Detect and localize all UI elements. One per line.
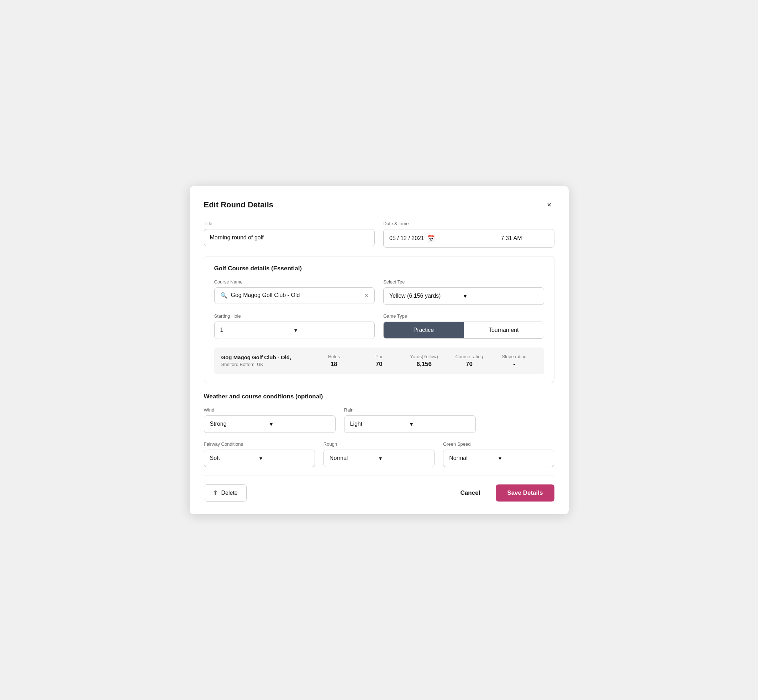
time-field[interactable]: 7:31 AM — [469, 230, 554, 247]
time-value: 7:31 AM — [501, 235, 522, 242]
green-speed-dropdown[interactable]: Normal ▾ — [443, 450, 554, 467]
date-field[interactable]: 05 / 12 / 2021 📅 — [384, 230, 469, 247]
wind-group: Wind Strong ▾ — [204, 407, 335, 433]
par-label: Par — [376, 354, 382, 359]
starting-hole-label: Starting Hole — [214, 313, 375, 319]
slope-rating-value: - — [513, 361, 515, 368]
chevron-down-icon-rain: ▾ — [410, 421, 470, 428]
select-tee-label: Select Tee — [383, 279, 544, 284]
tournament-button[interactable]: Tournament — [464, 322, 544, 338]
hole-gametype-row: Starting Hole 1 ▾ Game Type Practice Tou… — [214, 313, 544, 339]
course-info-location: Shelford Bottom, UK — [221, 362, 312, 367]
chevron-down-icon-green: ▾ — [498, 455, 548, 462]
clear-icon[interactable]: ✕ — [364, 292, 369, 299]
course-name-group: Course Name 🔍 ✕ — [214, 279, 375, 303]
green-speed-group: Green Speed Normal ▾ — [443, 441, 554, 467]
bottom-actions: 🗑 Delete Cancel Save Details — [204, 484, 554, 502]
course-rating-label: Course rating — [455, 354, 483, 359]
holes-stat: Holes 18 — [312, 354, 357, 368]
wind-value: Strong — [210, 421, 270, 427]
title-input[interactable] — [204, 229, 375, 246]
yards-stat: Yards(Yellow) 6,156 — [401, 354, 446, 368]
delete-label: Delete — [221, 490, 238, 496]
course-name-input[interactable] — [231, 292, 361, 298]
course-info-box: Gog Magog Golf Club - Old, Shelford Bott… — [214, 347, 544, 374]
course-tee-row: Course Name 🔍 ✕ Select Tee Yellow (6,156… — [214, 279, 544, 305]
game-type-group: Game Type Practice Tournament — [383, 313, 544, 339]
starting-hole-group: Starting Hole 1 ▾ — [214, 313, 375, 339]
chevron-down-icon-rough: ▾ — [379, 455, 429, 462]
wind-label: Wind — [204, 407, 335, 412]
trash-icon: 🗑 — [213, 490, 219, 496]
fairway-label: Fairway Conditions — [204, 441, 315, 447]
fairway-group: Fairway Conditions Soft ▾ — [204, 441, 315, 467]
footer-divider — [204, 475, 554, 476]
weather-section: Weather and course conditions (optional)… — [204, 393, 554, 467]
course-rating-stat: Course rating 70 — [446, 354, 492, 368]
datetime-field-group: Date & Time 05 / 12 / 2021 📅 7:31 AM — [383, 221, 554, 248]
yards-value: 6,156 — [417, 361, 432, 368]
select-tee-group: Select Tee Yellow (6,156 yards) ▾ — [383, 279, 544, 305]
rain-value: Light — [350, 421, 410, 427]
slope-rating-stat: Slope rating - — [492, 354, 537, 368]
practice-button[interactable]: Practice — [384, 322, 464, 338]
save-button[interactable]: Save Details — [496, 484, 554, 502]
golf-course-title: Golf Course details (Essential) — [214, 265, 544, 272]
green-speed-value: Normal — [449, 455, 498, 461]
calendar-icon: 📅 — [427, 234, 435, 242]
game-type-toggle: Practice Tournament — [383, 322, 544, 339]
game-type-label: Game Type — [383, 313, 544, 319]
yards-label: Yards(Yellow) — [410, 354, 438, 359]
title-label: Title — [204, 221, 375, 226]
weather-section-title: Weather and course conditions (optional) — [204, 393, 554, 400]
chevron-down-icon: ▾ — [464, 293, 538, 300]
conditions-row: Fairway Conditions Soft ▾ Rough Normal ▾… — [204, 441, 554, 467]
par-value: 70 — [376, 361, 382, 368]
date-time-container: 05 / 12 / 2021 📅 7:31 AM — [383, 229, 554, 248]
par-stat: Par 70 — [357, 354, 402, 368]
modal-title: Edit Round Details — [204, 200, 274, 209]
title-field-group: Title — [204, 221, 375, 246]
chevron-down-icon-hole: ▾ — [294, 327, 369, 334]
golf-course-section: Golf Course details (Essential) Course N… — [204, 256, 554, 383]
rough-label: Rough — [324, 441, 434, 447]
close-button[interactable]: × — [544, 199, 554, 211]
rough-dropdown[interactable]: Normal ▾ — [324, 450, 434, 467]
rain-label: Rain — [344, 407, 476, 412]
holes-value: 18 — [330, 361, 337, 368]
chevron-down-icon-fairway: ▾ — [260, 455, 309, 462]
green-speed-label: Green Speed — [443, 441, 554, 447]
rain-dropdown[interactable]: Light ▾ — [344, 416, 476, 433]
course-name-input-wrap[interactable]: 🔍 ✕ — [214, 288, 375, 303]
slope-rating-label: Slope rating — [502, 354, 526, 359]
fairway-dropdown[interactable]: Soft ▾ — [204, 450, 315, 467]
modal-header: Edit Round Details × — [204, 199, 554, 211]
select-tee-value: Yellow (6,156 yards) — [389, 293, 464, 299]
course-name-label: Course Name — [214, 279, 375, 284]
rough-group: Rough Normal ▾ — [324, 441, 434, 467]
edit-round-modal: Edit Round Details × Title Date & Time 0… — [190, 186, 568, 514]
course-info-name-group: Gog Magog Golf Club - Old, Shelford Bott… — [221, 354, 312, 367]
delete-button[interactable]: 🗑 Delete — [204, 484, 247, 502]
fairway-value: Soft — [210, 455, 260, 461]
rain-group: Rain Light ▾ — [344, 407, 476, 433]
cancel-button[interactable]: Cancel — [452, 484, 489, 502]
chevron-down-icon-wind: ▾ — [270, 421, 329, 428]
course-rating-value: 70 — [466, 361, 473, 368]
wind-rain-row: Wind Strong ▾ Rain Light ▾ — [204, 407, 554, 433]
rough-value: Normal — [329, 455, 379, 461]
select-tee-dropdown[interactable]: Yellow (6,156 yards) ▾ — [383, 288, 544, 305]
starting-hole-value: 1 — [220, 327, 294, 333]
wind-dropdown[interactable]: Strong ▾ — [204, 416, 335, 433]
search-icon: 🔍 — [220, 292, 227, 299]
title-datetime-row: Title Date & Time 05 / 12 / 2021 📅 7:31 … — [204, 221, 554, 248]
starting-hole-dropdown[interactable]: 1 ▾ — [214, 322, 375, 339]
date-value: 05 / 12 / 2021 — [389, 235, 424, 242]
confirm-actions: Cancel Save Details — [452, 484, 554, 502]
datetime-label: Date & Time — [383, 221, 554, 226]
course-info-name: Gog Magog Golf Club - Old, — [221, 354, 312, 360]
holes-label: Holes — [328, 354, 340, 359]
